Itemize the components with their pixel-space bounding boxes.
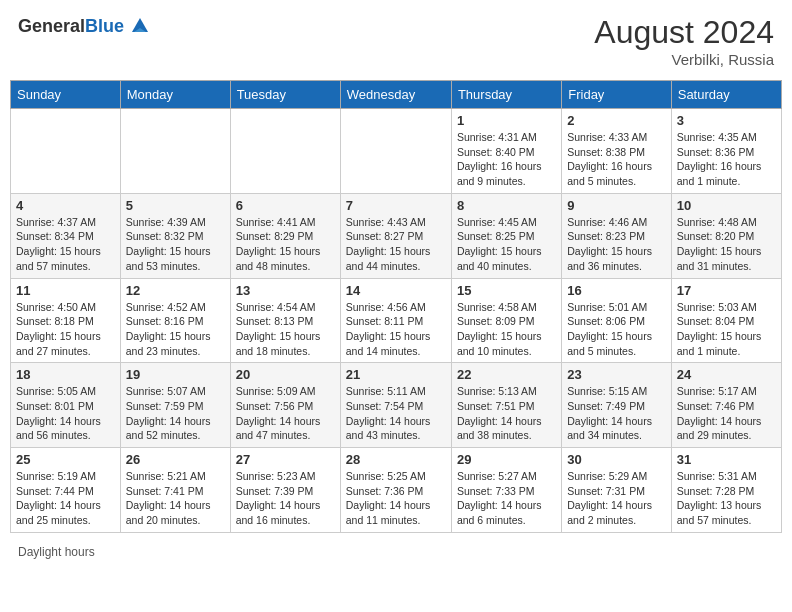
day-info: Sunrise: 5:25 AM Sunset: 7:36 PM Dayligh… (346, 469, 446, 528)
day-info: Sunrise: 5:31 AM Sunset: 7:28 PM Dayligh… (677, 469, 776, 528)
day-number: 31 (677, 452, 776, 467)
day-number: 14 (346, 283, 446, 298)
day-info: Sunrise: 5:19 AM Sunset: 7:44 PM Dayligh… (16, 469, 115, 528)
col-header-tuesday: Tuesday (230, 81, 340, 109)
day-number: 9 (567, 198, 665, 213)
calendar-cell: 30Sunrise: 5:29 AM Sunset: 7:31 PM Dayli… (562, 448, 671, 533)
day-info: Sunrise: 4:33 AM Sunset: 8:38 PM Dayligh… (567, 130, 665, 189)
day-number: 12 (126, 283, 225, 298)
day-info: Sunrise: 5:21 AM Sunset: 7:41 PM Dayligh… (126, 469, 225, 528)
day-info: Sunrise: 4:54 AM Sunset: 8:13 PM Dayligh… (236, 300, 335, 359)
calendar-cell: 6Sunrise: 4:41 AM Sunset: 8:29 PM Daylig… (230, 193, 340, 278)
day-number: 24 (677, 367, 776, 382)
calendar-cell: 8Sunrise: 4:45 AM Sunset: 8:25 PM Daylig… (451, 193, 561, 278)
logo: GeneralBlue (18, 14, 152, 38)
calendar-cell: 31Sunrise: 5:31 AM Sunset: 7:28 PM Dayli… (671, 448, 781, 533)
calendar-cell: 12Sunrise: 4:52 AM Sunset: 8:16 PM Dayli… (120, 278, 230, 363)
day-number: 6 (236, 198, 335, 213)
calendar-cell: 13Sunrise: 4:54 AM Sunset: 8:13 PM Dayli… (230, 278, 340, 363)
day-info: Sunrise: 4:48 AM Sunset: 8:20 PM Dayligh… (677, 215, 776, 274)
calendar-cell: 18Sunrise: 5:05 AM Sunset: 8:01 PM Dayli… (11, 363, 121, 448)
day-info: Sunrise: 4:43 AM Sunset: 8:27 PM Dayligh… (346, 215, 446, 274)
day-info: Sunrise: 5:03 AM Sunset: 8:04 PM Dayligh… (677, 300, 776, 359)
location: Verbilki, Russia (594, 51, 774, 68)
calendar-cell: 29Sunrise: 5:27 AM Sunset: 7:33 PM Dayli… (451, 448, 561, 533)
calendar-cell: 9Sunrise: 4:46 AM Sunset: 8:23 PM Daylig… (562, 193, 671, 278)
day-info: Sunrise: 4:37 AM Sunset: 8:34 PM Dayligh… (16, 215, 115, 274)
day-info: Sunrise: 4:52 AM Sunset: 8:16 PM Dayligh… (126, 300, 225, 359)
day-number: 16 (567, 283, 665, 298)
day-number: 22 (457, 367, 556, 382)
day-info: Sunrise: 5:11 AM Sunset: 7:54 PM Dayligh… (346, 384, 446, 443)
day-number: 8 (457, 198, 556, 213)
calendar-cell: 28Sunrise: 5:25 AM Sunset: 7:36 PM Dayli… (340, 448, 451, 533)
day-info: Sunrise: 5:09 AM Sunset: 7:56 PM Dayligh… (236, 384, 335, 443)
day-number: 4 (16, 198, 115, 213)
day-info: Sunrise: 4:50 AM Sunset: 8:18 PM Dayligh… (16, 300, 115, 359)
calendar-cell (120, 109, 230, 194)
day-info: Sunrise: 5:15 AM Sunset: 7:49 PM Dayligh… (567, 384, 665, 443)
day-number: 15 (457, 283, 556, 298)
calendar-week-5: 25Sunrise: 5:19 AM Sunset: 7:44 PM Dayli… (11, 448, 782, 533)
day-info: Sunrise: 4:31 AM Sunset: 8:40 PM Dayligh… (457, 130, 556, 189)
calendar-cell: 26Sunrise: 5:21 AM Sunset: 7:41 PM Dayli… (120, 448, 230, 533)
day-number: 1 (457, 113, 556, 128)
calendar-cell: 25Sunrise: 5:19 AM Sunset: 7:44 PM Dayli… (11, 448, 121, 533)
calendar-cell: 20Sunrise: 5:09 AM Sunset: 7:56 PM Dayli… (230, 363, 340, 448)
calendar-week-3: 11Sunrise: 4:50 AM Sunset: 8:18 PM Dayli… (11, 278, 782, 363)
calendar-cell: 15Sunrise: 4:58 AM Sunset: 8:09 PM Dayli… (451, 278, 561, 363)
month-year: August 2024 (594, 14, 774, 51)
day-number: 21 (346, 367, 446, 382)
title-block: August 2024 Verbilki, Russia (594, 14, 774, 68)
footer: Daylight hours (10, 541, 782, 563)
day-info: Sunrise: 5:17 AM Sunset: 7:46 PM Dayligh… (677, 384, 776, 443)
calendar-cell: 16Sunrise: 5:01 AM Sunset: 8:06 PM Dayli… (562, 278, 671, 363)
day-number: 17 (677, 283, 776, 298)
day-info: Sunrise: 4:56 AM Sunset: 8:11 PM Dayligh… (346, 300, 446, 359)
day-number: 27 (236, 452, 335, 467)
calendar-table: SundayMondayTuesdayWednesdayThursdayFrid… (10, 80, 782, 533)
daylight-label: Daylight hours (18, 545, 95, 559)
day-info: Sunrise: 4:41 AM Sunset: 8:29 PM Dayligh… (236, 215, 335, 274)
day-number: 11 (16, 283, 115, 298)
day-number: 18 (16, 367, 115, 382)
calendar-cell: 7Sunrise: 4:43 AM Sunset: 8:27 PM Daylig… (340, 193, 451, 278)
day-number: 7 (346, 198, 446, 213)
logo-general-text: GeneralBlue (18, 16, 124, 37)
col-header-saturday: Saturday (671, 81, 781, 109)
calendar-cell: 10Sunrise: 4:48 AM Sunset: 8:20 PM Dayli… (671, 193, 781, 278)
day-info: Sunrise: 4:46 AM Sunset: 8:23 PM Dayligh… (567, 215, 665, 274)
day-info: Sunrise: 4:58 AM Sunset: 8:09 PM Dayligh… (457, 300, 556, 359)
day-number: 19 (126, 367, 225, 382)
calendar-cell (340, 109, 451, 194)
calendar-cell: 14Sunrise: 4:56 AM Sunset: 8:11 PM Dayli… (340, 278, 451, 363)
calendar-cell: 3Sunrise: 4:35 AM Sunset: 8:36 PM Daylig… (671, 109, 781, 194)
calendar-cell: 2Sunrise: 4:33 AM Sunset: 8:38 PM Daylig… (562, 109, 671, 194)
calendar-cell (230, 109, 340, 194)
day-info: Sunrise: 5:05 AM Sunset: 8:01 PM Dayligh… (16, 384, 115, 443)
day-info: Sunrise: 5:27 AM Sunset: 7:33 PM Dayligh… (457, 469, 556, 528)
calendar-cell: 5Sunrise: 4:39 AM Sunset: 8:32 PM Daylig… (120, 193, 230, 278)
day-number: 25 (16, 452, 115, 467)
calendar-cell: 23Sunrise: 5:15 AM Sunset: 7:49 PM Dayli… (562, 363, 671, 448)
col-header-thursday: Thursday (451, 81, 561, 109)
day-number: 10 (677, 198, 776, 213)
day-info: Sunrise: 5:07 AM Sunset: 7:59 PM Dayligh… (126, 384, 225, 443)
day-number: 26 (126, 452, 225, 467)
calendar-cell: 4Sunrise: 4:37 AM Sunset: 8:34 PM Daylig… (11, 193, 121, 278)
calendar-week-1: 1Sunrise: 4:31 AM Sunset: 8:40 PM Daylig… (11, 109, 782, 194)
col-header-friday: Friday (562, 81, 671, 109)
day-number: 3 (677, 113, 776, 128)
calendar-header-row: SundayMondayTuesdayWednesdayThursdayFrid… (11, 81, 782, 109)
day-info: Sunrise: 5:23 AM Sunset: 7:39 PM Dayligh… (236, 469, 335, 528)
calendar-cell: 21Sunrise: 5:11 AM Sunset: 7:54 PM Dayli… (340, 363, 451, 448)
calendar-cell: 19Sunrise: 5:07 AM Sunset: 7:59 PM Dayli… (120, 363, 230, 448)
calendar-cell: 17Sunrise: 5:03 AM Sunset: 8:04 PM Dayli… (671, 278, 781, 363)
calendar-cell (11, 109, 121, 194)
calendar-cell: 27Sunrise: 5:23 AM Sunset: 7:39 PM Dayli… (230, 448, 340, 533)
day-info: Sunrise: 5:29 AM Sunset: 7:31 PM Dayligh… (567, 469, 665, 528)
col-header-sunday: Sunday (11, 81, 121, 109)
calendar-week-4: 18Sunrise: 5:05 AM Sunset: 8:01 PM Dayli… (11, 363, 782, 448)
day-info: Sunrise: 4:45 AM Sunset: 8:25 PM Dayligh… (457, 215, 556, 274)
day-number: 28 (346, 452, 446, 467)
